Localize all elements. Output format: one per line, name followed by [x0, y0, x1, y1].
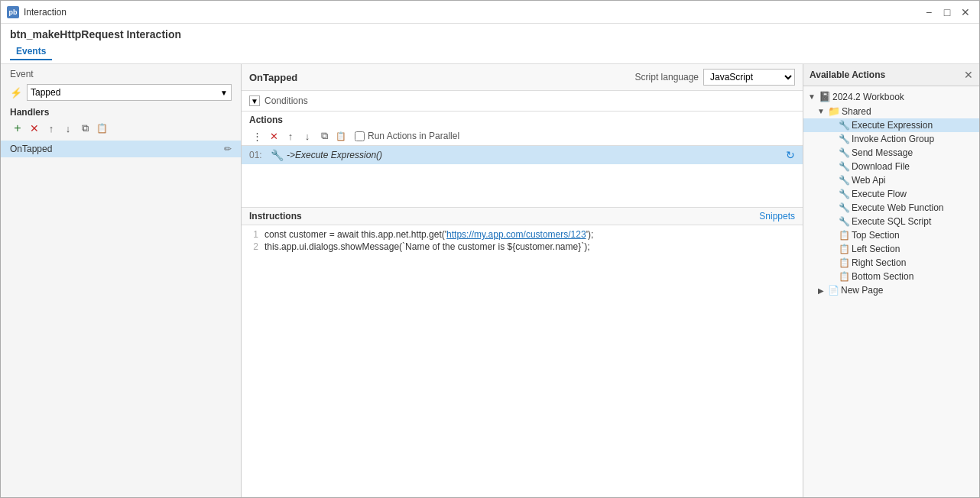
action-refresh-icon[interactable]: ↻ [786, 149, 795, 161]
right-panel: Available Actions ✕ ▼ 📓 2024.2 Workbook … [803, 64, 979, 497]
tree-item-execute-web-function[interactable]: 🔧 Execute Web Function [803, 201, 979, 215]
top-section-icon: 📋 [839, 230, 850, 241]
snippets-button[interactable]: Snippets [759, 211, 795, 222]
main-header: btn_makeHttpRequest Interaction Events [1, 24, 979, 64]
title-bar: pb Interaction − □ ✕ [1, 1, 979, 24]
instructions-header: Instructions Snippets [242, 208, 803, 225]
right-section-icon: 📋 [839, 257, 850, 268]
tree-item-download-file[interactable]: 🔧 Download File [803, 160, 979, 173]
tree-label-send-message: Send Message [852, 147, 913, 158]
web-api-icon: 🔧 [839, 175, 850, 186]
download-file-icon: 🔧 [839, 161, 850, 172]
tree-item-shared[interactable]: ▼ 📁 Shared [803, 104, 979, 118]
tab-events[interactable]: Events [10, 44, 52, 60]
move-up-action-button[interactable]: ↑ [283, 128, 298, 144]
move-down-action-button[interactable]: ↓ [300, 128, 315, 144]
close-button[interactable]: ✕ [958, 5, 973, 20]
minimize-button[interactable]: − [921, 5, 936, 20]
tree-toggle-empty-12 [826, 271, 837, 282]
maximize-button[interactable]: □ [939, 5, 955, 20]
handler-item-label: OnTapped [10, 144, 52, 154]
line-number-1: 1 [242, 229, 264, 240]
handlers-section: Handlers + ✕ ↑ ↓ ⧉ 📋 [1, 104, 241, 141]
left-panel: Event ⚡ Tapped ▼ Handlers + ✕ ↑ ↓ ⧉ 📋 [1, 64, 242, 497]
paste-handler-button[interactable]: 📋 [94, 121, 109, 136]
tree-label-execute-web-function: Execute Web Function [852, 202, 944, 213]
middle-panel: OnTapped Script language JavaScript VBSc… [242, 64, 803, 497]
tree-toggle-workbook[interactable]: ▼ [806, 92, 817, 102]
execute-sql-script-icon: 🔧 [839, 216, 850, 227]
right-panel-close-button[interactable]: ✕ [964, 69, 973, 81]
middle-title: OnTapped [249, 72, 297, 83]
tree-item-invoke-action-group[interactable]: 🔧 Invoke Action Group [803, 132, 979, 146]
copy-action-button[interactable]: ⧉ [316, 128, 332, 144]
tree-toggle-shared[interactable]: ▼ [816, 106, 826, 117]
instructions-section: Instructions Snippets 1 const customer =… [242, 207, 803, 497]
event-label: Event [10, 69, 34, 79]
move-down-handler-button[interactable]: ↓ [60, 121, 76, 136]
tree-item-execute-sql-script[interactable]: 🔧 Execute SQL Script [803, 215, 979, 228]
tree-toggle-empty-10 [826, 244, 837, 254]
execute-expression-icon: 🔧 [839, 120, 850, 131]
copy-handler-button[interactable]: ⧉ [77, 121, 92, 136]
tree-toggle-empty-8 [826, 216, 837, 227]
event-icon: ⚡ [10, 87, 22, 99]
tree-toggle-empty-3 [826, 147, 837, 158]
action-execute-icon: 🔧 [271, 149, 284, 161]
add-handler-button[interactable]: + [10, 121, 25, 136]
tree-toggle-empty-11 [826, 257, 837, 268]
handler-item[interactable]: OnTapped ✏ [1, 141, 241, 157]
tabs-bar: Events [10, 44, 970, 60]
delete-action-button[interactable]: ✕ [266, 128, 281, 144]
execute-web-function-icon: 🔧 [839, 202, 850, 213]
tree-label-execute-sql-script: Execute SQL Script [852, 216, 931, 227]
tree-item-new-page[interactable]: ▶ 📄 New Page [803, 283, 979, 297]
script-language-select[interactable]: JavaScript VBScript [703, 69, 795, 86]
tree-item-left-section[interactable]: 📋 Left Section [803, 242, 979, 256]
run-parallel-label[interactable]: Run Actions in Parallel [368, 131, 459, 141]
content-area: Event ⚡ Tapped ▼ Handlers + ✕ ↑ ↓ ⧉ 📋 [1, 64, 979, 497]
tree-item-execute-flow[interactable]: 🔧 Execute Flow [803, 187, 979, 201]
actions-section: Actions ⋮ ✕ ↑ ↓ ⧉ 📋 Run Actions in Paral… [242, 112, 803, 207]
tree-label-workbook: 2024.2 Workbook [832, 92, 904, 102]
app-icon: pb [7, 6, 19, 18]
tree-label-top-section: Top Section [852, 230, 900, 241]
event-section-label: Event [1, 64, 241, 81]
tree-toggle-new-page[interactable]: ▶ [816, 285, 826, 296]
action-item[interactable]: 01: 🔧 ->Execute Expression() ↻ [242, 146, 803, 164]
tree-item-bottom-section[interactable]: 📋 Bottom Section [803, 270, 979, 283]
move-up-handler-button[interactable]: ↑ [44, 121, 59, 136]
delete-handler-button[interactable]: ✕ [27, 121, 42, 136]
code-area[interactable]: 1 const customer = await this.app.net.ht… [242, 225, 803, 497]
tree-toggle-empty-5 [826, 175, 837, 186]
tree-item-send-message[interactable]: 🔧 Send Message [803, 146, 979, 160]
paste-action-button[interactable]: 📋 [333, 128, 349, 144]
page-title: btn_makeHttpRequest Interaction [10, 28, 970, 40]
handlers-toolbar: + ✕ ↑ ↓ ⧉ 📋 [10, 121, 232, 136]
handler-edit-icon[interactable]: ✏ [224, 144, 232, 154]
tree-label-right-section: Right Section [852, 257, 906, 268]
tree-label-execute-expression: Execute Expression [852, 120, 933, 131]
actions-list: 01: 🔧 ->Execute Expression() ↻ [242, 146, 803, 207]
tree-label-invoke-action-group: Invoke Action Group [852, 134, 934, 144]
tree-label-new-page: New Page [841, 285, 883, 296]
run-parallel-checkbox[interactable] [355, 131, 365, 141]
conditions-toggle[interactable]: ▼ [249, 95, 260, 106]
tree-item-right-section[interactable]: 📋 Right Section [803, 256, 979, 270]
code-link-url[interactable]: https://my.app.com/customers/123 [446, 229, 586, 240]
actions-header: Actions [242, 112, 803, 127]
tree-item-top-section[interactable]: 📋 Top Section [803, 228, 979, 242]
tree-label-web-api: Web Api [852, 175, 885, 186]
tree-item-execute-expression[interactable]: 🔧 Execute Expression [803, 118, 979, 132]
tree-item-web-api[interactable]: 🔧 Web Api [803, 173, 979, 187]
tree-item-workbook[interactable]: ▼ 📓 2024.2 Workbook [803, 89, 979, 104]
event-dropdown[interactable]: Tapped ▼ [27, 84, 232, 101]
bottom-section-icon: 📋 [839, 271, 850, 282]
main-window: pb Interaction − □ ✕ btn_makeHttpRequest… [0, 0, 980, 498]
tree-label-shared: Shared [842, 106, 871, 117]
shared-folder-icon: 📁 [828, 105, 840, 117]
middle-header: OnTapped Script language JavaScript VBSc… [242, 64, 803, 91]
parallel-check: Run Actions in Parallel [355, 131, 459, 141]
handlers-label: Handlers [10, 107, 232, 118]
actions-menu-button[interactable]: ⋮ [249, 128, 264, 144]
